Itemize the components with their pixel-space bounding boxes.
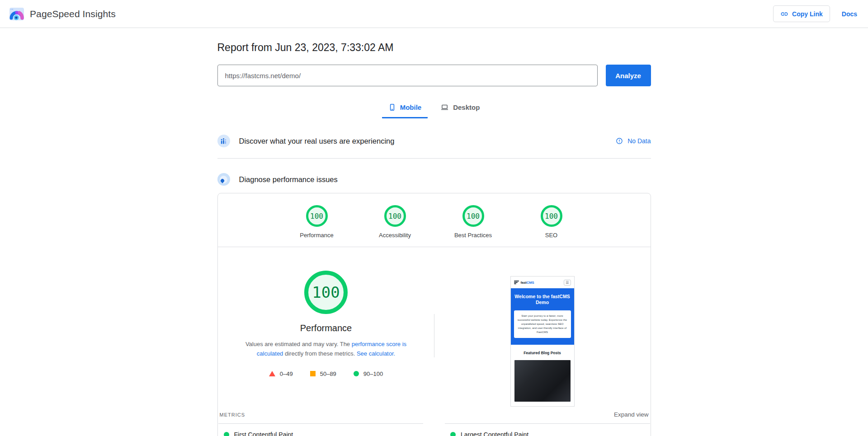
thumb-hero-text: Start your journey to a faster, more suc… [517, 314, 568, 334]
performance-description: Values are estimated and may vary. The p… [235, 340, 417, 359]
fastcms-logo: fastCMS [514, 281, 534, 285]
performance-main-score: 100 [312, 283, 340, 301]
legend-average-range: 50–89 [320, 370, 336, 377]
users-chart-icon [217, 135, 230, 147]
accessibility-score: 100 [388, 212, 401, 220]
main-content: Report from Jun 23, 2023, 7:33:02 AM Ana… [217, 28, 651, 436]
thumb-site-header: fastCMS ☰ [511, 277, 574, 288]
thumb-blog-title: Featured Blog Posts [514, 351, 571, 355]
legend-fail: 0–49 [269, 370, 293, 377]
metric-name: First Contentful Paint [234, 431, 293, 436]
accessibility-score-ring: 100 [384, 205, 406, 227]
thumb-blog-photo [514, 360, 571, 402]
category-label: Best Practices [454, 232, 492, 239]
category-performance[interactable]: 100 Performance [294, 205, 340, 239]
fastcms-logo-icon [514, 281, 519, 284]
docs-link[interactable]: Docs [842, 10, 857, 18]
tab-mobile-label: Mobile [400, 103, 422, 111]
phone-icon [388, 103, 396, 111]
lab-data-row: Diagnose performance issues [217, 173, 651, 186]
legend-fail-range: 0–49 [280, 370, 293, 377]
app-bar: PageSpeed Insights Copy Link Docs [0, 0, 868, 28]
category-label: Performance [300, 232, 333, 239]
best-practices-score: 100 [467, 212, 480, 220]
app-title: PageSpeed Insights [30, 9, 116, 19]
legend-pass-range: 90–100 [363, 370, 383, 377]
lab-data-title: Diagnose performance issues [239, 175, 338, 184]
performance-gauge-column: 100 Performance Values are estimated and… [218, 247, 434, 407]
category-label: Accessibility [379, 232, 411, 239]
category-accessibility[interactable]: 100 Accessibility [373, 205, 418, 239]
screenshot-column: fastCMS ☰ Welcome to the fastCMS Demo St… [434, 247, 651, 407]
performance-summary-area: 100 Performance Values are estimated and… [218, 247, 651, 407]
no-data-label: No Data [627, 137, 651, 145]
field-data-row: Discover what your real users are experi… [217, 135, 651, 147]
appbar-actions: Copy Link Docs [773, 5, 857, 22]
thumb-hero-section: Welcome to the fastCMS Demo Start your j… [511, 288, 574, 345]
laptop-icon [440, 103, 449, 111]
link-icon [780, 10, 788, 18]
pass-dot-icon [224, 432, 229, 436]
url-search-row: Analyze [217, 65, 651, 86]
category-seo[interactable]: 100 SEO [529, 205, 574, 239]
tab-desktop-label: Desktop [453, 103, 480, 111]
fail-triangle-icon [269, 371, 275, 376]
seo-score-ring: 100 [541, 205, 562, 227]
pass-dot-icon [450, 432, 456, 436]
device-tabs: Mobile Desktop [217, 100, 651, 118]
copy-link-label: Copy Link [792, 10, 823, 18]
category-scores-row: 100 Performance 100 Accessibility 100 Be… [218, 193, 651, 247]
analyze-button[interactable]: Analyze [606, 65, 651, 86]
performance-score: 100 [310, 212, 323, 220]
info-icon [616, 137, 623, 145]
legend-pass: 90–100 [354, 370, 383, 377]
thumb-blog-section: Featured Blog Posts [511, 345, 574, 406]
fastcms-logo-text: fastCMS [521, 281, 534, 285]
thumb-hero-card: Start your journey to a faster, more suc… [514, 310, 571, 338]
hamburger-menu-icon: ☰ [564, 280, 571, 286]
performance-main-gauge: 100 [304, 271, 348, 314]
report-title: Report from Jun 23, 2023, 7:33:02 AM [217, 42, 651, 54]
performance-score-ring: 100 [306, 205, 328, 227]
description-text: directly from these metrics. [283, 350, 357, 357]
page-screenshot-thumbnail[interactable]: fastCMS ☰ Welcome to the fastCMS Demo St… [510, 276, 575, 407]
best-practices-score-ring: 100 [462, 205, 484, 227]
brand: PageSpeed Insights [9, 7, 116, 21]
description-text: Values are estimated and may vary. The [245, 341, 352, 347]
metrics-grid: First Contentful Paint 1.1 s Largest Con… [218, 423, 651, 436]
field-data-title: Discover what your real users are experi… [239, 137, 395, 145]
url-input[interactable] [217, 65, 598, 86]
speedometer-icon [217, 173, 230, 186]
performance-gauge-label: Performance [218, 323, 434, 333]
pass-circle-icon [354, 371, 359, 376]
see-calculator-link[interactable]: See calculator. [357, 350, 395, 357]
expand-view-link[interactable]: Expand view [614, 411, 649, 418]
metric-name: Largest Contentful Paint [461, 431, 528, 436]
seo-score: 100 [545, 212, 558, 220]
field-data-left: Discover what your real users are experi… [217, 135, 395, 147]
metrics-section-label: METRICS [220, 412, 245, 417]
metrics-header: METRICS Expand view [218, 407, 651, 423]
tab-mobile[interactable]: Mobile [382, 100, 428, 118]
legend-average: 50–89 [310, 370, 336, 377]
category-best-practices[interactable]: 100 Best Practices [451, 205, 496, 239]
average-square-icon [310, 371, 316, 376]
lab-data-left: Diagnose performance issues [217, 173, 338, 186]
section-divider [217, 158, 651, 159]
metric-largest-contentful-paint: Largest Contentful Paint 1.3 s [445, 423, 650, 436]
copy-link-button[interactable]: Copy Link [773, 5, 830, 22]
metric-first-contentful-paint: First Contentful Paint 1.1 s [218, 423, 424, 436]
category-label: SEO [545, 232, 557, 239]
thumb-hero-title: Welcome to the fastCMS Demo [514, 294, 571, 305]
score-legend: 0–49 50–89 90–100 [218, 370, 434, 377]
lighthouse-report-card: 100 Performance 100 Accessibility 100 Be… [217, 193, 651, 436]
pagespeed-logo-icon [9, 7, 24, 21]
tab-desktop[interactable]: Desktop [434, 100, 486, 118]
no-data-badge[interactable]: No Data [616, 137, 651, 145]
